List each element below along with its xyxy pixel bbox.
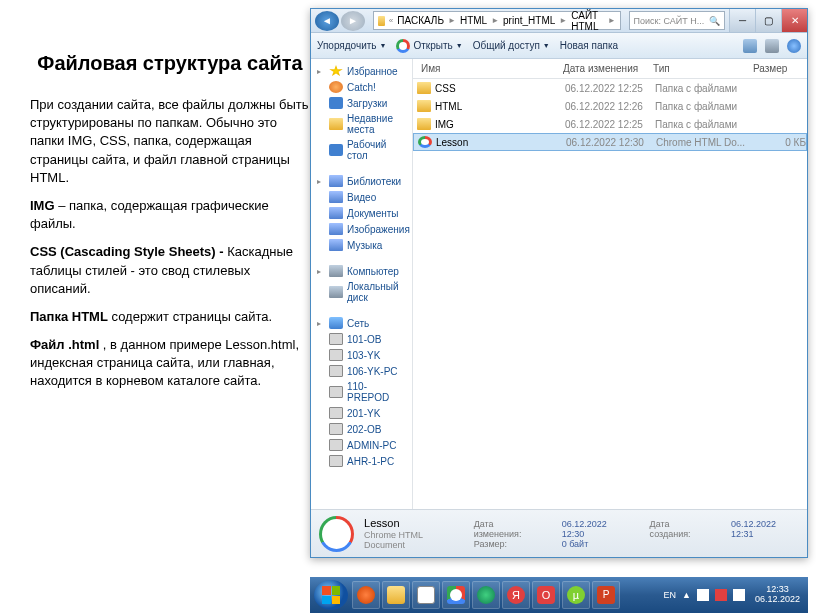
star-icon: [329, 65, 343, 77]
details-name: Lesson: [364, 517, 464, 529]
preview-icon[interactable]: [765, 39, 779, 53]
open-button[interactable]: Открыть▼: [396, 39, 462, 53]
search-icon: 🔍: [709, 16, 720, 26]
sidebar-item[interactable]: 201-YK: [311, 405, 412, 421]
downloads-icon: [329, 97, 343, 109]
para-5: Файл .html , в данном примере Lesson.htm…: [30, 336, 310, 391]
para-2: IMG – папка, содержащая графические файл…: [30, 197, 310, 233]
sidebar-item[interactable]: 101-ОВ: [311, 331, 412, 347]
sidebar-item[interactable]: Недавние места: [311, 111, 412, 137]
pc-icon: [329, 423, 343, 435]
windows-logo-icon: [322, 586, 340, 604]
para-4: Папка HTML содержит страницы сайта.: [30, 308, 310, 326]
sidebar-item[interactable]: Видео: [311, 189, 412, 205]
catch-icon: [329, 81, 343, 93]
yandex-icon: Я: [507, 586, 525, 604]
newfolder-button[interactable]: Новая папка: [560, 40, 618, 51]
sidebar-item[interactable]: Catch!: [311, 79, 412, 95]
taskbar-app[interactable]: [472, 581, 500, 609]
language-indicator[interactable]: EN: [664, 590, 677, 600]
sidebar-favorites[interactable]: ▸Избранное: [311, 63, 412, 79]
nav-forward-button[interactable]: ►: [341, 11, 365, 31]
view-icon[interactable]: [743, 39, 757, 53]
nav-back-button[interactable]: ◄: [315, 11, 339, 31]
file-row[interactable]: IMG 06.12.2022 12:25 Папка с файлами: [413, 115, 807, 133]
help-icon[interactable]: [787, 39, 801, 53]
pc-icon: [329, 439, 343, 451]
chrome-icon: [418, 136, 432, 148]
folder-icon: [417, 118, 431, 130]
sidebar-item[interactable]: ADMIN-PC: [311, 437, 412, 453]
column-headers[interactable]: Имя Дата изменения Тип Размер: [413, 59, 807, 79]
folder-icon: [387, 586, 405, 604]
taskbar-app[interactable]: P: [592, 581, 620, 609]
file-row[interactable]: HTML 06.12.2022 12:26 Папка с файлами: [413, 97, 807, 115]
folder-icon: [417, 82, 431, 94]
volume-icon[interactable]: [733, 589, 745, 601]
sidebar-item[interactable]: Изображения: [311, 221, 412, 237]
text-column: Файловая структура сайта При создании са…: [30, 50, 310, 401]
file-row[interactable]: Lesson 06.12.2022 12:30 Chrome HTML Do..…: [413, 133, 807, 151]
music-icon: [329, 239, 343, 251]
sidebar-item[interactable]: 110-PREPOD: [311, 379, 412, 405]
taskbar-app[interactable]: µ: [562, 581, 590, 609]
taskbar-app[interactable]: [412, 581, 440, 609]
sidebar-item[interactable]: Рабочий стол: [311, 137, 412, 163]
sidebar-item[interactable]: Музыка: [311, 237, 412, 253]
desktop-icon: [329, 144, 343, 156]
app-icon: [357, 586, 375, 604]
taskbar-app[interactable]: Я: [502, 581, 530, 609]
powerpoint-icon: P: [597, 586, 615, 604]
sidebar-network[interactable]: ▸Сеть: [311, 315, 412, 331]
sidebar-libraries[interactable]: ▸Библиотеки: [311, 173, 412, 189]
start-button[interactable]: [314, 580, 348, 610]
search-input[interactable]: Поиск: САЙТ H... 🔍: [629, 11, 725, 30]
file-list: Имя Дата изменения Тип Размер CSS 06.12.…: [413, 59, 807, 509]
computer-icon: [329, 265, 343, 277]
sidebar-item[interactable]: 103-YK: [311, 347, 412, 363]
sidebar-item[interactable]: Загрузки: [311, 95, 412, 111]
tray-icon[interactable]: [715, 589, 727, 601]
sidebar-item[interactable]: AHR-1-PC: [311, 453, 412, 469]
file-row[interactable]: CSS 06.12.2022 12:25 Папка с файлами: [413, 79, 807, 97]
edge-icon: [477, 586, 495, 604]
tray-icon[interactable]: [697, 589, 709, 601]
organize-button[interactable]: Упорядочить▼: [317, 40, 386, 51]
library-icon: [329, 175, 343, 187]
pc-icon: [329, 455, 343, 467]
images-icon: [329, 223, 343, 235]
details-type: Chrome HTML Document: [364, 530, 464, 550]
taskbar-app[interactable]: [442, 581, 470, 609]
utorrent-icon: µ: [567, 586, 585, 604]
sidebar-item[interactable]: Документы: [311, 205, 412, 221]
para-3: CSS (Cascading Style Sheets) - Каскадные…: [30, 243, 310, 298]
sidebar-item[interactable]: Локальный диск: [311, 279, 412, 305]
close-button[interactable]: ✕: [781, 9, 807, 32]
para-1: При создании сайта, все файлы должны быт…: [30, 96, 310, 187]
toolbar: Упорядочить▼ Открыть▼ Общий доступ▼ Нова…: [311, 33, 807, 59]
system-tray[interactable]: EN ▲ 12:33 06.12.2022: [664, 585, 804, 605]
clock[interactable]: 12:33 06.12.2022: [751, 585, 804, 605]
folder-icon: [417, 100, 431, 112]
app-icon: [417, 586, 435, 604]
sidebar-computer[interactable]: ▸Компьютер: [311, 263, 412, 279]
tray-flag-icon[interactable]: ▲: [682, 590, 691, 600]
sidebar-item[interactable]: 202-ОВ: [311, 421, 412, 437]
chrome-icon: [447, 586, 465, 604]
taskbar-app[interactable]: [382, 581, 410, 609]
details-pane: Lesson Chrome HTML Document Дата изменен…: [311, 509, 807, 557]
pc-icon: [329, 386, 343, 398]
minimize-button[interactable]: ─: [729, 9, 755, 32]
taskbar-app[interactable]: [352, 581, 380, 609]
sidebar: ▸Избранное Catch! Загрузки Недавние мест…: [311, 59, 413, 509]
sidebar-item[interactable]: 106-YK-PC: [311, 363, 412, 379]
pc-icon: [329, 365, 343, 377]
opera-icon: O: [537, 586, 555, 604]
chrome-icon: [396, 39, 410, 53]
address-bar[interactable]: « ПАСКАЛЬ► HTML► print_HTML► САЙТ HTML►: [373, 11, 621, 30]
pc-icon: [329, 349, 343, 361]
taskbar-app[interactable]: O: [532, 581, 560, 609]
maximize-button[interactable]: ▢: [755, 9, 781, 32]
page-title: Файловая структура сайта: [30, 50, 310, 76]
share-button[interactable]: Общий доступ▼: [473, 40, 550, 51]
